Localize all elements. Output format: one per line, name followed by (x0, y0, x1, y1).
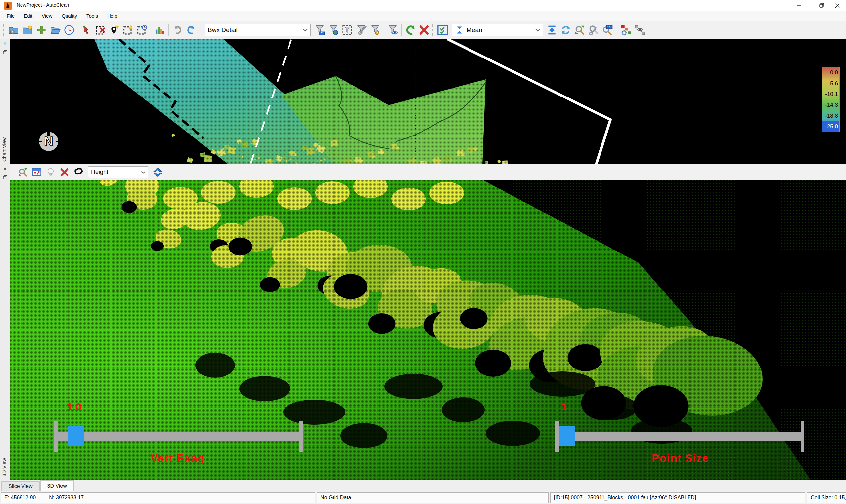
vert-exag-handle[interactable] (68, 426, 84, 447)
expand-rows-icon (547, 25, 557, 35)
chart-view-dock-strip: × Chart View (0, 39, 10, 164)
status-cell-size: Cell Size: 0.15,l (807, 492, 846, 503)
toolbar-separator (401, 24, 402, 36)
undo-button[interactable] (170, 22, 184, 38)
chart-view-canvas[interactable]: N 0.0 -5.6 -10.1 -14.3 -18.8 -25.0 (10, 39, 846, 164)
new-project-button[interactable] (20, 22, 34, 38)
layers-button[interactable] (151, 165, 165, 180)
filter-selection-button[interactable] (341, 22, 355, 38)
redo-button[interactable] (184, 22, 198, 38)
new-selection-button[interactable] (121, 22, 135, 38)
3d-delete-button[interactable] (57, 165, 71, 180)
color-mode-combo[interactable]: Height (88, 166, 148, 178)
status-coordinates: E: 456912.90 N: 3972933.17 (1, 492, 315, 503)
funnel-wrench-icon (356, 25, 367, 35)
refresh-button[interactable] (559, 22, 573, 38)
menu-help[interactable]: Help (103, 11, 122, 21)
status-northing: N: 3972933.17 (49, 495, 84, 501)
north-arrow[interactable]: N (38, 130, 59, 152)
vert-exag-track[interactable] (56, 432, 301, 441)
toolbar-grip[interactable] (200, 24, 202, 36)
minimize-button[interactable] (790, 0, 808, 11)
menu-edit[interactable]: Edit (19, 11, 37, 21)
funnel-globe-icon (328, 25, 339, 35)
selection-new-icon (123, 25, 134, 35)
open-folder-button[interactable] (48, 22, 62, 38)
close-icon: × (3, 41, 6, 46)
expand-rows-button[interactable] (545, 22, 559, 38)
toolbar-grip[interactable] (616, 24, 618, 36)
menu-file[interactable]: File (2, 11, 19, 21)
placemark-icon (109, 25, 119, 35)
restore-button[interactable] (813, 0, 830, 11)
filter-wrench-button[interactable] (355, 22, 368, 38)
zoom-extents-button[interactable] (573, 22, 587, 38)
3d-view-float-button[interactable] (0, 173, 10, 181)
toolbar-grip[interactable] (432, 24, 434, 36)
apply-checklist-button[interactable] (436, 22, 450, 38)
double-chevron-icon (153, 167, 163, 178)
lighting-button[interactable] (44, 165, 57, 180)
selection-history-button[interactable] (135, 22, 149, 38)
close-button[interactable] (829, 0, 846, 11)
menu-tools[interactable]: Tools (82, 11, 103, 21)
point-size-right-cap (801, 421, 804, 452)
point-size-handle[interactable] (559, 426, 575, 447)
zoom-measure-button[interactable] (601, 22, 615, 38)
delete-button[interactable] (417, 22, 431, 38)
toolbar-separator (151, 24, 151, 36)
filter-eye-button[interactable] (386, 22, 400, 38)
funnel-ruler-icon (314, 25, 325, 35)
red-x-icon (60, 167, 69, 177)
history-clock-button[interactable] (62, 22, 76, 38)
toolbar-grip[interactable] (3, 24, 5, 36)
chevron-down-icon (141, 169, 145, 175)
3d-view-canvas[interactable]: 1.0 Vert Exag 1 Point Size (10, 180, 846, 480)
open-folder-icon (50, 25, 61, 35)
menu-quality[interactable]: Quality (57, 11, 82, 21)
zoom-extents-icon (574, 25, 585, 35)
tab-3d-view[interactable]: 3D View (40, 480, 74, 491)
checklist-icon (437, 24, 448, 36)
zoom-extents-icon (18, 167, 28, 177)
detail-level-combo[interactable]: Bwx Detail (205, 24, 311, 36)
color-mode-value: Height (91, 168, 138, 176)
histogram-button[interactable] (153, 22, 167, 38)
status-grid-data: No Grid Data (317, 492, 549, 503)
funnel-gear-icon (370, 25, 380, 35)
add-placemark-button[interactable] (107, 22, 121, 38)
menu-view[interactable]: View (37, 11, 57, 21)
float-window-icon (3, 50, 7, 54)
depth-color-legend[interactable]: 0.0 -5.6 -10.1 -14.3 -18.8 -25.0 (822, 67, 840, 132)
revert-button[interactable] (403, 22, 417, 38)
close-icon (835, 3, 840, 8)
chart-view-float-button[interactable] (0, 48, 10, 56)
edit-pointer-button[interactable] (80, 22, 93, 38)
merge-icon (454, 25, 464, 35)
filter-settings-button[interactable] (368, 22, 382, 38)
folder-gear-icon (8, 25, 19, 35)
delete-selection-button[interactable] (93, 22, 107, 38)
grid-settings-button[interactable] (619, 22, 633, 38)
chevron-down-icon (303, 27, 308, 33)
toolbar-grip[interactable] (13, 166, 15, 178)
project-settings-button[interactable] (6, 22, 20, 38)
point-size-track[interactable] (557, 432, 802, 441)
detail-combo-value: Bwx Detail (208, 26, 300, 34)
add-button[interactable] (34, 22, 48, 38)
node-visibility-button[interactable] (633, 22, 647, 38)
legend-value: -14.3 (822, 100, 840, 111)
close-icon: × (3, 166, 6, 172)
clock-icon (64, 25, 74, 35)
histogram-icon (155, 25, 165, 35)
zoom-settings-button[interactable] (587, 22, 601, 38)
3d-zoom-extents-button[interactable] (16, 165, 30, 180)
3d-view-close-button[interactable]: × (0, 164, 10, 173)
statistic-combo[interactable]: Mean (452, 24, 543, 36)
tab-slice-view[interactable]: Slice View (1, 481, 40, 491)
filter-globe-button[interactable] (327, 22, 341, 38)
point-display-button[interactable] (30, 165, 44, 180)
filter-ruler-button[interactable] (313, 22, 327, 38)
chart-view-close-button[interactable]: × (0, 39, 10, 48)
lasso-select-button[interactable] (71, 165, 85, 180)
